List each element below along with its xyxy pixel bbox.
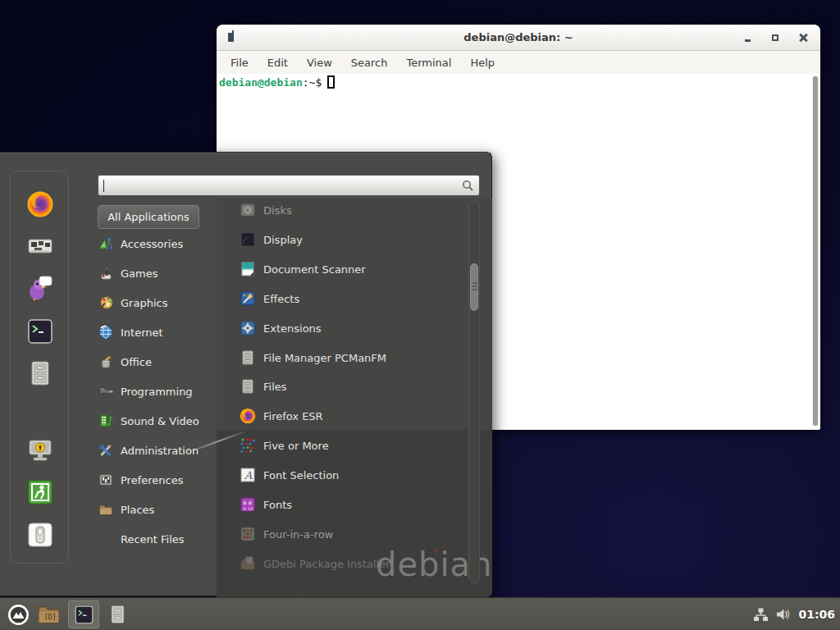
disks-icon [240,202,256,218]
terminal-prompt: debian@debian:~$ [219,75,335,90]
menu-file[interactable]: File [225,54,254,71]
terminal-titlebar[interactable]: debian@debian: ~ [217,25,820,51]
accessories-icon [98,236,113,251]
all-applications-button[interactable]: All Applications [98,205,199,229]
programming-icon [98,384,113,399]
terminal-icon [74,605,94,625]
terminal-scrollbar[interactable] [812,75,819,427]
menu-terminal[interactable]: Terminal [400,54,457,71]
log-out-icon[interactable] [26,478,54,506]
svg-text:A: A [244,469,253,482]
clock[interactable]: 01:06 [798,608,835,621]
file-cabinet-launcher[interactable] [107,604,128,625]
app-display[interactable]: Display [217,225,463,254]
menu-search[interactable]: Search [345,54,394,71]
prompt-suffix: :~$ [303,76,322,89]
app-disks[interactable]: Disks [217,198,463,225]
display-icon [240,231,256,248]
favorites-panel [10,171,69,564]
places-icon [98,502,113,517]
category-games[interactable]: Games [92,258,215,288]
category-programming[interactable]: Programming [92,377,215,406]
category-recent-files[interactable]: Recent Files [92,524,215,554]
firefox-icon [240,408,256,424]
four-in-a-row-icon [240,526,256,542]
volume-icon[interactable] [775,606,792,623]
category-internet[interactable]: Internet [92,317,215,347]
taskbar: [D] 01:06 [0,597,840,630]
magnifier-icon [462,180,474,195]
app-firefox-esr[interactable]: Firefox ESR [217,401,463,431]
app-four-in-a-row[interactable]: Four-in-a-row [217,519,463,549]
category-administration[interactable]: Administration [92,436,215,465]
app-five-or-more[interactable]: Five or More [217,431,463,460]
close-icon [799,34,807,42]
terminal-task-button[interactable] [68,600,99,628]
document-scanner-icon [240,261,256,277]
package-icon [240,555,256,572]
shutdown-icon[interactable] [26,521,54,549]
watermark-red-dot [434,550,438,554]
category-graphics[interactable]: Graphics [92,288,215,317]
terminal-scrollbar-thumb[interactable] [813,76,818,426]
close-button[interactable] [797,32,809,43]
font-selection-icon: A [240,467,256,483]
text-caret [103,180,104,192]
app-document-scanner[interactable]: Document Scanner [217,254,463,284]
app-file-manager-pcmanfm[interactable]: File Manager PCManFM [217,343,463,372]
preferences-icon [98,472,113,487]
firefox-icon[interactable] [26,190,54,218]
extensions-icon [240,320,256,336]
keyboard-icon[interactable] [26,232,54,260]
category-office[interactable]: Office [92,347,215,377]
all-applications-label: All Applications [107,211,189,223]
graphics-icon [98,295,113,310]
sound-video-icon [98,413,113,428]
minimize-button[interactable] [742,32,753,43]
file-cabinet-icon [240,349,256,366]
terminal-icon[interactable] [26,317,54,345]
folder-icon: [D] [38,604,60,625]
file-cabinet-icon [240,378,256,395]
five-or-more-icon [240,437,256,454]
category-preferences[interactable]: Preferences [92,465,215,495]
minimize-icon [745,39,751,42]
effects-icon [240,290,256,307]
app-extensions[interactable]: Extensions [217,313,463,343]
app-fonts[interactable]: a aa ω Fonts [217,490,463,519]
menu-view[interactable]: View [301,54,338,71]
lock-screen-icon[interactable] [26,436,54,464]
terminal-cursor [327,75,335,89]
category-accessories[interactable]: Accessories [92,229,215,258]
maximize-icon [772,34,778,41]
category-places[interactable]: Places [92,495,215,524]
maximize-button[interactable] [769,32,781,43]
application-list: Disks Display Document Scanner Effects E… [217,198,492,597]
application-menu: All Applications Accessories Games Graph… [0,152,492,596]
pidgin-icon[interactable] [26,274,54,302]
office-icon [98,354,113,369]
list-scrollbar-thumb[interactable] [470,263,478,311]
file-manager-launcher[interactable]: [D] [38,604,60,625]
internet-icon [98,325,113,340]
network-icon[interactable] [753,607,769,623]
terminal-menubar: File Edit View Search Terminal Help [217,51,820,74]
svg-text:a ω: a ω [243,505,253,512]
app-files[interactable]: Files [217,372,463,401]
menu-edit[interactable]: Edit [262,54,294,71]
fonts-icon: a aa ω [240,496,256,513]
app-effects[interactable]: Effects [217,284,463,313]
prompt-user: debian@debian [219,76,303,89]
file-cabinet-icon [107,604,128,625]
svg-text:[D]: [D] [44,614,56,621]
app-font-selection[interactable]: A Font Selection [217,460,463,490]
window-title: debian@debian: ~ [217,31,820,43]
games-icon [98,266,113,281]
category-sound-video[interactable]: Sound & Video [92,406,215,436]
file-cabinet-icon[interactable] [26,359,54,387]
search-input[interactable] [98,175,480,196]
menu-help[interactable]: Help [464,54,500,71]
menu-button[interactable] [7,604,30,626]
list-scrollbar[interactable] [468,200,480,583]
administration-icon [98,443,113,458]
